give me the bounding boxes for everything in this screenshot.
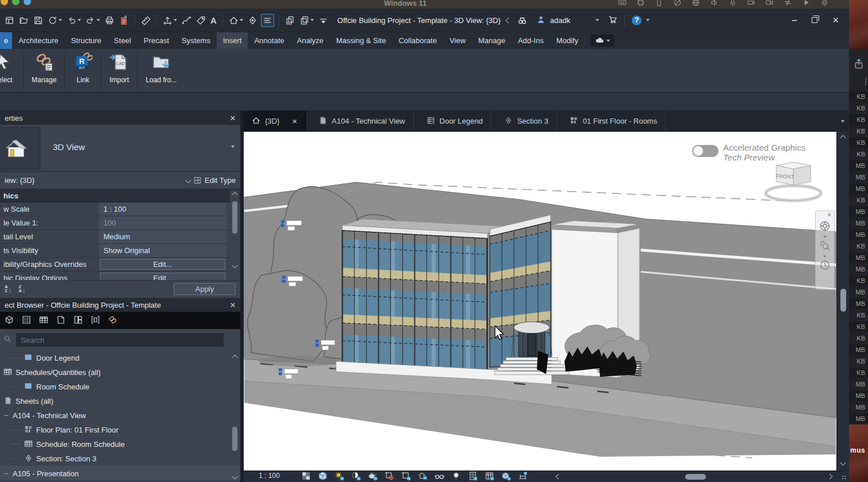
ribbon-tab-view[interactable]: View <box>443 32 472 49</box>
gear-icon[interactable] <box>820 0 829 7</box>
crop-region-button[interactable] <box>401 471 411 482</box>
expander-icon[interactable]: − <box>3 411 9 420</box>
traffic-dot-yellow-icon[interactable] <box>1 0 8 5</box>
print-button[interactable] <box>103 14 116 26</box>
search-input[interactable] <box>16 332 224 347</box>
edit-button[interactable]: Edit... <box>100 273 225 280</box>
tree-item-sheets-all-[interactable]: Sheets (all) <box>0 394 240 408</box>
copy-button[interactable] <box>298 14 315 26</box>
restore-button[interactable] <box>812 17 817 23</box>
tree-item-schedules-quantities-all-[interactable]: Schedules/Quantities (all) <box>0 365 240 380</box>
rewind-icon[interactable] <box>819 258 831 275</box>
close-tab-icon[interactable]: × <box>292 116 297 126</box>
ribbon-tab-analyze[interactable]: Analyze <box>290 32 329 49</box>
view-tab-door-legend[interactable]: Door Legend <box>418 111 491 131</box>
microphone-icon[interactable] <box>728 0 737 7</box>
view-tab-01-first-floor-rooms[interactable]: 01 First Floor - Rooms <box>562 111 666 131</box>
collapse-title-icon[interactable] <box>505 17 511 23</box>
drawing-area[interactable]: FRONT Accelerated Graphics Tech Preview … <box>244 131 836 470</box>
detail-level-button[interactable] <box>301 471 311 482</box>
cloud-menu-button[interactable] <box>590 35 614 47</box>
apply-button[interactable]: Apply <box>174 283 236 295</box>
manage-button[interactable]: Manage <box>24 49 64 92</box>
measure-button[interactable] <box>140 14 152 26</box>
app-store-cart-icon[interactable] <box>608 15 617 26</box>
displacement-button[interactable] <box>501 471 511 482</box>
group-tiles-icon[interactable] <box>74 315 83 326</box>
properties-scrollbar[interactable] <box>230 190 239 277</box>
property-value[interactable]: Medium <box>99 230 226 243</box>
visual-style-button[interactable] <box>318 471 328 482</box>
ribbon-tab-add-ins[interactable]: Add-Ins <box>512 32 550 49</box>
sort-descending-button[interactable]: ZA↓ <box>18 285 25 293</box>
home-button[interactable] <box>228 14 244 26</box>
tree-item-floor-plan-01-first-floor[interactable]: Floor Plan: 01 First Floor <box>0 423 240 437</box>
view-tab-a104-technical-view[interactable]: A104 - Technical View <box>310 111 413 131</box>
edit-type-button[interactable]: Edit Type <box>205 176 236 185</box>
tree-item-room-schedule[interactable]: Room Schedule <box>0 380 240 394</box>
tab-list-caret-icon[interactable] <box>841 120 844 123</box>
username[interactable]: adadk <box>550 16 570 25</box>
ribbon-tab-architecture[interactable]: Architecture <box>12 32 64 49</box>
view-tab--3d-[interactable]: {3D}× <box>244 111 306 131</box>
ribbon-tab-structure[interactable]: Structure <box>65 32 108 49</box>
isolate-button[interactable] <box>435 471 444 482</box>
sun-path-button[interactable] <box>335 471 344 482</box>
elect-button[interactable]: elect <box>0 49 23 92</box>
tree-scrollbar[interactable] <box>230 351 239 482</box>
open-button[interactable] <box>18 14 30 26</box>
thin-lines-button[interactable] <box>261 14 274 27</box>
ribbon-tab-insert[interactable]: Insert <box>217 32 248 49</box>
tree-item-a105-presentation[interactable]: −A105 - Presentation <box>0 466 240 480</box>
spline-button[interactable] <box>180 14 193 26</box>
tree-item-section-section-3[interactable]: Section: Section 3 <box>0 452 240 466</box>
ribbon-tab-precast[interactable]: Precast <box>137 32 175 49</box>
user-menu-caret-icon[interactable] <box>596 19 599 21</box>
ribbon-tab-e[interactable]: e <box>0 32 12 49</box>
redo-caret-icon[interactable] <box>97 19 100 21</box>
ribbon-tab-modify[interactable]: Modify <box>550 32 585 49</box>
views-3d-icon[interactable] <box>5 315 14 326</box>
search-icon[interactable] <box>516 14 528 26</box>
type-selector[interactable]: 3D View <box>0 125 240 172</box>
undo-caret-icon[interactable] <box>78 19 81 21</box>
lock-view-button[interactable] <box>418 471 428 482</box>
dimension-button[interactable] <box>162 14 178 26</box>
camera-off-icon[interactable] <box>673 0 682 7</box>
minimize-button[interactable]: – <box>792 15 797 25</box>
shadows-button[interactable] <box>351 471 361 482</box>
property-value[interactable]: Show Original <box>99 244 226 257</box>
expander-icon[interactable]: − <box>3 469 9 478</box>
scroll-up-icon[interactable] <box>840 135 846 141</box>
family-doc-icon[interactable] <box>91 315 100 326</box>
schedule-table-icon[interactable] <box>39 315 48 326</box>
keyboard-icon[interactable] <box>618 0 627 7</box>
load-fro--button[interactable]: Load fro... <box>137 49 185 92</box>
globe-icon[interactable] <box>692 0 700 7</box>
caret-bar-button[interactable] <box>317 14 329 26</box>
temp-view-props-button[interactable] <box>468 471 478 482</box>
text-a-button[interactable]: A <box>209 14 218 26</box>
resize-grip-icon[interactable] <box>842 475 846 480</box>
reveal-hidden-button[interactable] <box>451 471 461 482</box>
vertical-scrollbar[interactable] <box>836 131 849 470</box>
ribbon-tab-annotate[interactable]: Annotate <box>248 32 290 49</box>
dimension-caret-icon[interactable] <box>174 19 177 21</box>
user-avatar-icon[interactable] <box>536 15 546 26</box>
link-button[interactable]: RRVTLink <box>65 49 101 92</box>
window-button[interactable] <box>3 14 16 26</box>
traffic-dot-blue-icon[interactable] <box>24 0 31 5</box>
instance-caret-icon[interactable] <box>186 178 191 183</box>
scroll-down-icon[interactable] <box>840 460 846 466</box>
tree-item-a104-technical-view[interactable]: −A104 - Technical View <box>0 408 240 423</box>
3d-view-scene[interactable]: FRONT <box>244 132 836 470</box>
ribbon-tab-massing-site[interactable]: Massing & Site <box>330 32 393 49</box>
help-icon[interactable]: ? <box>632 16 642 25</box>
close-button[interactable]: × <box>832 14 839 26</box>
crop-off-button[interactable] <box>385 471 394 482</box>
scale-button[interactable]: 1 : 100 <box>259 472 280 480</box>
legend-doc-icon[interactable] <box>22 315 31 326</box>
speaker-icon[interactable] <box>710 0 719 7</box>
vertical-scroll-thumb[interactable] <box>840 289 846 312</box>
play-icon[interactable] <box>802 0 811 7</box>
